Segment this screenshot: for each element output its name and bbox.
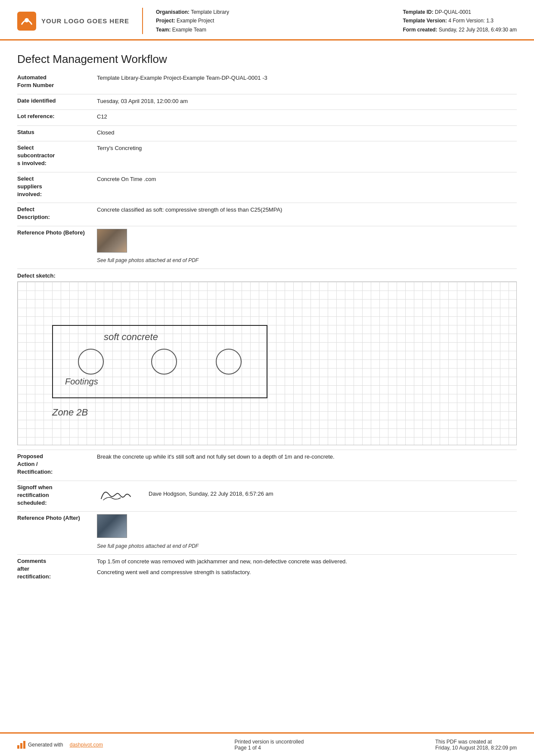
field-defect-description: DefectDescription: Concrete classified a… [17, 206, 517, 221]
label-select-subcontractors: Selectsubcontractors involved: [17, 144, 97, 168]
photo-after-thumbnail [97, 514, 127, 538]
label-defect-description: DefectDescription: [17, 206, 97, 221]
sketch-soft-concrete-text: soft concrete [104, 331, 158, 343]
value-proposed-action: Break the concrete up while it's still s… [97, 453, 517, 461]
team-label: Team: [156, 27, 171, 33]
project-row: Project: Example Project [156, 16, 229, 25]
value-signoff: Dave Hodgson, Sunday, 22 July 2018, 6:57… [97, 484, 517, 505]
value-status: Closed [97, 128, 517, 137]
page: YOUR LOGO GOES HERE Organisation: Templa… [0, 0, 534, 756]
project-label: Project: [156, 18, 175, 24]
template-id-value: DP-QUAL-0001 [435, 9, 471, 15]
value-reference-photo-before: See full page photos attached at end of … [97, 229, 517, 265]
value-defect-description: Concrete classified as soft: compressive… [97, 206, 517, 214]
sketch-circle-3 [216, 349, 242, 375]
header-meta-left: Organisation: Template Library Project: … [156, 8, 229, 34]
header: YOUR LOGO GOES HERE Organisation: Templa… [0, 0, 534, 41]
field-select-subcontractors: Selectsubcontractors involved: Terry's C… [17, 144, 517, 168]
footer-page-info: Printed version is uncontrolled Page 1 o… [235, 739, 304, 751]
footer-pdf-created-text: This PDF was created at [435, 739, 517, 745]
value-select-suppliers: Concrete On Time .com [97, 175, 517, 184]
header-meta-right: Template ID: DP-QUAL-0001 Template Versi… [403, 8, 517, 34]
sketch-label: Defect sketch: [17, 272, 517, 279]
field-select-suppliers: Selectsuppliersinvolved: Concrete On Tim… [17, 175, 517, 199]
comments-line-2: Concreting went well and compressive str… [97, 568, 517, 577]
label-reference-photo-before: Reference Photo (Before) [17, 229, 97, 237]
label-date-identified: Date identified [17, 97, 97, 105]
photo-before-thumbnail [97, 229, 127, 253]
template-id-label: Template ID: [403, 9, 433, 15]
dashpivot-icon [17, 741, 25, 749]
value-automated-form-number: Template Library-Example Project-Example… [97, 74, 517, 82]
form-created-row: Form created: Sunday, 22 July 2018, 6:49… [403, 25, 517, 34]
value-comments: Top 1.5m of concrete was removed with ja… [97, 557, 517, 577]
field-comments: Commentsafterrectification: Top 1.5m of … [17, 557, 517, 581]
label-status: Status [17, 128, 97, 136]
field-reference-photo-before: Reference Photo (Before) See full page p… [17, 229, 517, 265]
photo-before-image [97, 229, 127, 252]
field-date-identified: Date identified Tuesday, 03 April 2018, … [17, 97, 517, 106]
bar-3 [23, 741, 25, 749]
org-value: Template Library [191, 9, 229, 15]
org-label: Organisation: [156, 9, 189, 15]
org-row: Organisation: Template Library [156, 8, 229, 16]
main-content: Defect Management Workflow AutomatedForm… [0, 41, 534, 732]
header-meta: Organisation: Template Library Project: … [156, 8, 517, 34]
form-title: Defect Management Workflow [17, 53, 517, 66]
signature-image [97, 484, 136, 505]
field-reference-photo-after: Reference Photo (After) See full page ph… [17, 514, 517, 550]
value-reference-photo-after: See full page photos attached at end of … [97, 514, 517, 550]
field-status: Status Closed [17, 128, 517, 137]
sketch-footings-text: Footings [65, 377, 98, 387]
label-lot-reference: Lot reference: [17, 112, 97, 120]
label-signoff: Signoff whenrectificationscheduled: [17, 484, 97, 507]
sketch-circle-2 [151, 349, 177, 375]
sketch-box: soft concrete Footings Zone 2B [17, 281, 517, 445]
sketch-content: soft concrete Footings Zone 2B [18, 282, 516, 445]
label-comments: Commentsafterrectification: [17, 557, 97, 581]
label-select-suppliers: Selectsuppliersinvolved: [17, 175, 97, 199]
team-value: Example Team [172, 27, 206, 33]
value-lot-reference: C12 [97, 112, 517, 121]
field-proposed-action: ProposedAction /Rectification: Break the… [17, 453, 517, 476]
template-version-row: Template Version: 4 Form Version: 1.3 [403, 16, 517, 25]
project-value: Example Project [177, 18, 214, 24]
dashpivot-link[interactable]: dashpivot.com [70, 742, 103, 748]
bar-1 [17, 745, 19, 749]
form-created-value: Sunday, 22 July 2018, 6:49:30 am [439, 27, 517, 33]
footer-pdf-created-date: Friday, 10 August 2018, 8:22:09 pm [435, 745, 517, 751]
template-version-label: Template Version: [403, 18, 447, 24]
template-version-value: 4 Form Version: 1.3 [448, 18, 494, 24]
generated-text: Generated with [28, 742, 63, 748]
form-created-label: Form created: [403, 27, 437, 33]
field-automated-form-number: AutomatedForm Number Template Library-Ex… [17, 74, 517, 89]
signature-area: Dave Hodgson, Sunday, 22 July 2018, 6:57… [97, 484, 517, 505]
footer-generated-by: Generated with dashpivot.com [17, 741, 103, 749]
comments-line-1: Top 1.5m of concrete was removed with ja… [97, 557, 517, 566]
svg-point-1 [25, 18, 29, 22]
logo-icon [17, 12, 36, 31]
sketch-circle-1 [78, 349, 104, 375]
field-signoff: Signoff whenrectificationscheduled: Dave… [17, 484, 517, 507]
photo-before-caption: See full page photos attached at end of … [97, 256, 517, 264]
team-row: Team: Example Team [156, 25, 229, 34]
photo-after-caption: See full page photos attached at end of … [97, 542, 517, 550]
sketch-zone-text: Zone 2B [52, 407, 88, 418]
footer-page-number: Page 1 of 4 [235, 745, 304, 751]
logo-text: YOUR LOGO GOES HERE [41, 17, 129, 25]
value-select-subcontractors: Terry's Concreting [97, 144, 517, 153]
footer-pdf-created: This PDF was created at Friday, 10 Augus… [435, 739, 517, 751]
label-automated-form-number: AutomatedForm Number [17, 74, 97, 89]
label-reference-photo-after: Reference Photo (After) [17, 514, 97, 522]
label-proposed-action: ProposedAction /Rectification: [17, 453, 97, 476]
value-date-identified: Tuesday, 03 April 2018, 12:00:00 am [97, 97, 517, 106]
logo-area: YOUR LOGO GOES HERE [17, 8, 143, 34]
field-lot-reference: Lot reference: C12 [17, 112, 517, 121]
bar-2 [20, 743, 22, 749]
footer: Generated with dashpivot.com Printed ver… [0, 732, 534, 756]
signoff-date-text: Dave Hodgson, Sunday, 22 July 2018, 6:57… [149, 484, 273, 498]
template-id-row: Template ID: DP-QUAL-0001 [403, 8, 517, 16]
footer-uncontrolled-text: Printed version is uncontrolled [235, 739, 304, 745]
photo-after-image [97, 515, 127, 537]
